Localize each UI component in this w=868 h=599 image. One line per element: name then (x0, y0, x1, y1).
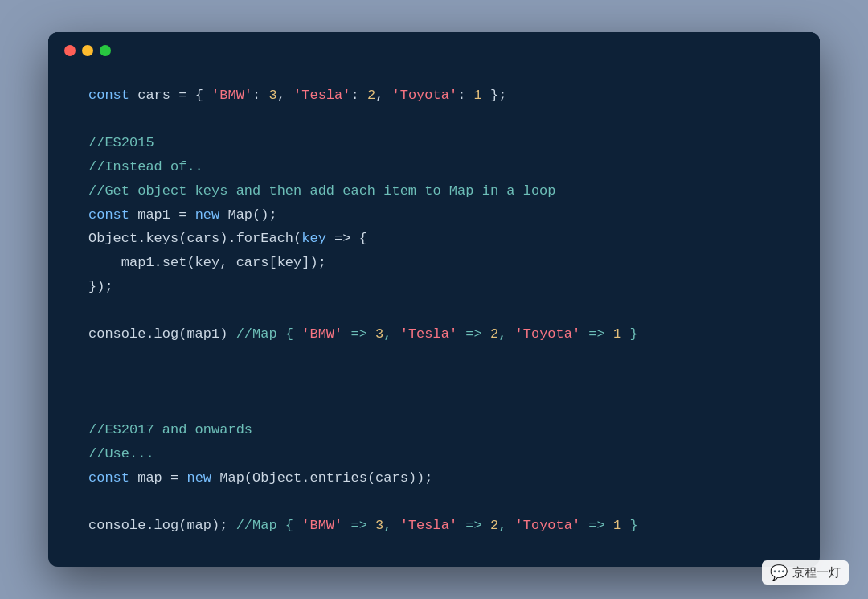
watermark-text: 京程一灯 (792, 565, 841, 581)
titlebar (48, 32, 820, 64)
empty-line (88, 347, 780, 371)
code-window: const cars = { 'BMW': 3, 'Tesla': 2, 'To… (48, 32, 820, 567)
code-line: Object.keys(cars).forEach(key => { (88, 227, 780, 251)
code-line: map1.set(key, cars[key]); (88, 251, 780, 275)
empty-line (88, 299, 780, 323)
maximize-button[interactable] (100, 45, 111, 56)
code-line: }); (88, 275, 780, 299)
code-line: console.log(map); //Map { 'BMW' => 3, 'T… (88, 514, 780, 538)
code-line: const map1 = new Map(); (88, 203, 780, 228)
wechat-icon: 💬 (770, 564, 788, 581)
empty-line (88, 108, 780, 132)
minimize-button[interactable] (82, 45, 93, 56)
watermark: 💬 京程一灯 (762, 560, 849, 585)
code-comment: //ES2017 and onwards (88, 418, 780, 442)
code-comment: //Get object keys and then add each item… (88, 179, 780, 203)
code-line: console.log(map1) //Map { 'BMW' => 3, 'T… (88, 322, 780, 347)
code-comment: //Use... (88, 442, 780, 466)
close-button[interactable] (64, 45, 76, 56)
empty-line (88, 395, 780, 419)
code-comment: //ES2015 (88, 131, 780, 155)
empty-line (88, 490, 780, 515)
code-area: const cars = { 'BMW': 3, 'Tesla': 2, 'To… (48, 64, 820, 567)
empty-line (88, 371, 780, 395)
code-line: const cars = { 'BMW': 3, 'Tesla': 2, 'To… (88, 84, 780, 108)
code-comment: //Instead of.. (88, 155, 780, 179)
code-line: const map = new Map(Object.entries(cars)… (88, 466, 780, 490)
